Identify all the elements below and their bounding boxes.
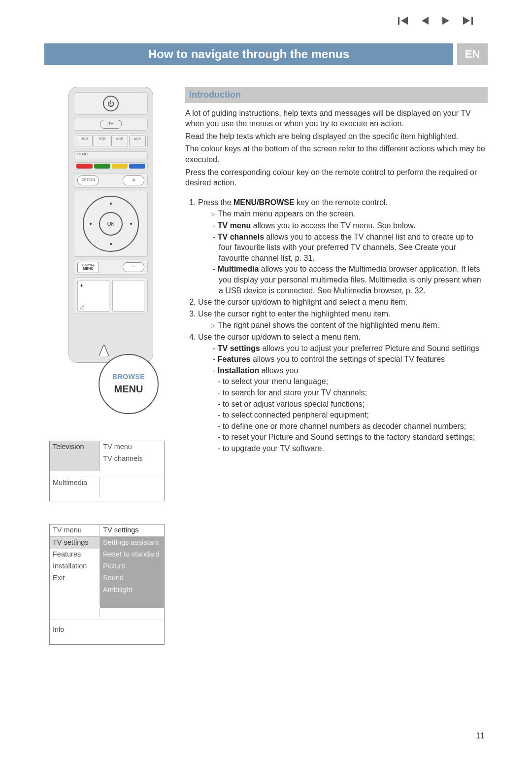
svg-rect-0 bbox=[398, 17, 399, 25]
skip-next-icon[interactable] bbox=[462, 17, 473, 25]
remote-control-illustration: ⏻ TV DVD STB VCR AUX DEMO bbox=[68, 87, 153, 363]
step-4c-item-3: - to select connected peripheral equipme… bbox=[218, 410, 488, 420]
menu2-right-settingsassistant: Settings assistant bbox=[100, 537, 164, 549]
next-icon[interactable] bbox=[441, 17, 450, 25]
steps-list: Press the MENU/BROWSE key on the remote … bbox=[185, 197, 488, 454]
step-3-result: ▷The right panel shows the content of th… bbox=[211, 320, 488, 331]
svg-marker-3 bbox=[442, 17, 449, 25]
step-4-tvsettings: - TV settings allows you to adjust your … bbox=[213, 343, 488, 354]
browse-menu-button: BROWSE MENU bbox=[77, 262, 99, 273]
step-1-tvmenu: - TV menu allows you to access the TV me… bbox=[213, 220, 488, 231]
menu-callout: BROWSE MENU bbox=[99, 354, 159, 414]
menu1-right-tvchannels: TV channels bbox=[100, 453, 164, 465]
option-button: OPTION bbox=[77, 175, 99, 185]
step-4-features: - Features allows you to control the set… bbox=[213, 354, 488, 365]
step-4c-item-6: - to upgrade your TV software. bbox=[218, 443, 488, 454]
page-title: How to navigate through the menus bbox=[44, 43, 453, 65]
menu2-left-features: Features bbox=[50, 549, 100, 560]
right-column: Introduction A lot of guiding instructio… bbox=[185, 87, 488, 667]
callout-tail bbox=[100, 345, 108, 356]
step-4c-item-4: - to define one or more channel numbers … bbox=[218, 421, 488, 432]
menu2-left-exit: Exit bbox=[50, 572, 100, 584]
intro-p2: Read the help texts which are being disp… bbox=[185, 131, 488, 142]
left-column: ⏻ TV DVD STB VCR AUX DEMO bbox=[49, 87, 172, 667]
prev-icon[interactable] bbox=[421, 17, 430, 25]
step-4c-item-2: - to set or adjust various special funct… bbox=[218, 399, 488, 410]
menu-panel-main: Television TV menu TV channels Multimedi… bbox=[49, 441, 165, 501]
menu1-left-television: Television bbox=[50, 441, 100, 453]
page-number: 11 bbox=[476, 731, 485, 741]
step-4-installation: - Installation allows you bbox=[213, 365, 488, 376]
intro-p3: The colour keys at the bottom of the scr… bbox=[185, 143, 488, 165]
menu2-info-label: Info bbox=[50, 620, 164, 644]
top-nav-icons bbox=[398, 17, 473, 25]
svg-marker-2 bbox=[422, 17, 429, 25]
menu2-left-header: TV menu bbox=[50, 524, 100, 536]
svg-marker-4 bbox=[463, 17, 470, 25]
ok-button: OK bbox=[99, 212, 123, 236]
mode-aux: AUX bbox=[129, 136, 146, 146]
language-badge: EN bbox=[457, 43, 488, 65]
svg-marker-1 bbox=[401, 17, 408, 25]
intro-p1: A lot of guiding instructions, help text… bbox=[185, 108, 488, 129]
skip-prev-icon[interactable] bbox=[398, 17, 409, 25]
menu2-right-ambilight: Ambilight bbox=[100, 584, 164, 596]
mode-dvd: DVD bbox=[76, 136, 93, 146]
callout-menu: MENU bbox=[114, 383, 143, 396]
step-4c-item-5: - to reset your Picture and Sound settin… bbox=[218, 432, 488, 443]
mode-vcr: VCR bbox=[111, 136, 128, 146]
menu1-left-multimedia: Multimedia bbox=[50, 477, 100, 489]
step-1-multimedia: - Multimedia allows you to access the Mu… bbox=[213, 264, 488, 296]
mode-stb: STB bbox=[94, 136, 110, 146]
step-1: Press the MENU/BROWSE key on the remote … bbox=[198, 197, 488, 296]
menu2-right-sound: Sound bbox=[100, 572, 164, 584]
volume-rocker: + ◿ bbox=[77, 280, 109, 312]
teletext-icon: ≡ bbox=[123, 262, 144, 272]
step-4: Use the cursor up/down to select a menu … bbox=[198, 332, 488, 454]
menu1-right-tvmenu: TV menu bbox=[100, 441, 164, 453]
channel-rocker bbox=[112, 280, 144, 312]
menu2-right-picture: Picture bbox=[100, 560, 164, 572]
step-4c-item-1: - to search for and store your TV channe… bbox=[218, 387, 488, 398]
step-4c-item-0: - to select your menu language; bbox=[218, 376, 488, 387]
pip-icon: ⧉ bbox=[123, 175, 144, 185]
tv-mode-button: TV bbox=[100, 120, 122, 129]
intro-p4: Press the corresponding colour key on th… bbox=[185, 167, 488, 188]
step-1-tvchannels: - TV channels allows you to access the T… bbox=[213, 232, 488, 264]
power-icon: ⏻ bbox=[103, 96, 119, 111]
step-1-result: ▷The main menu appears on the screen. bbox=[211, 209, 488, 219]
svg-rect-5 bbox=[471, 17, 473, 25]
step-3: Use the cursor right to enter the highli… bbox=[198, 309, 488, 331]
menu2-right-header: TV settings bbox=[100, 524, 164, 536]
manual-page: How to navigate through the menus EN ⏻ T… bbox=[0, 0, 532, 769]
menu-panel-tvmenu: TV menu TV settings TV settings Settings… bbox=[49, 524, 165, 645]
dpad-ring: OK bbox=[83, 196, 139, 252]
menu2-left-installation: Installation bbox=[50, 560, 100, 572]
colour-keys bbox=[74, 162, 148, 170]
step-2: Use the cursor up/down to highlight and … bbox=[198, 297, 488, 308]
menu2-left-tvsettings: TV settings bbox=[50, 537, 100, 549]
demo-label: DEMO bbox=[74, 151, 148, 159]
menu2-right-reset: Reset to standard bbox=[100, 549, 164, 560]
intro-heading: Introduction bbox=[185, 87, 488, 103]
mode-row: DVD STB VCR AUX bbox=[74, 134, 148, 148]
title-row: How to navigate through the menus EN bbox=[44, 43, 488, 65]
callout-browse: BROWSE bbox=[112, 372, 145, 382]
